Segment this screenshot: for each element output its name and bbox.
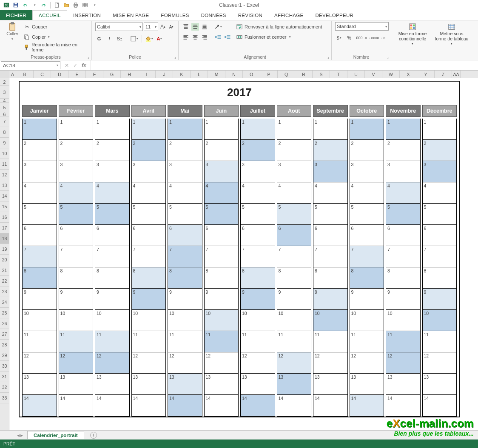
col-header-I[interactable]: I [138,71,156,78]
row-header-29[interactable]: 29 [0,350,9,361]
col-header-J[interactable]: J [156,71,173,78]
day-cell[interactable]: 3 [277,161,311,182]
day-cell[interactable]: 14 [95,395,129,416]
row-header-19[interactable]: 19 [0,244,9,255]
day-cell[interactable]: 13 [277,374,311,395]
day-cell[interactable]: 6 [95,225,129,246]
day-cell[interactable]: 11 [132,331,166,352]
qat-customize-icon[interactable] [90,1,99,9]
day-cell[interactable]: 6 [205,225,239,246]
cancel-formula-icon[interactable]: ✕ [65,62,69,68]
day-cell[interactable]: 10 [168,310,202,331]
day-cell[interactable]: 1 [59,119,93,140]
percent-format-icon[interactable]: % [345,34,353,42]
day-cell[interactable]: 7 [241,246,275,267]
day-cell[interactable]: 11 [59,331,93,352]
day-cell[interactable]: 11 [95,331,129,352]
col-header-S[interactable]: S [313,71,330,78]
day-cell[interactable]: 8 [168,267,202,289]
day-cell[interactable]: 13 [350,374,384,395]
comma-format-icon[interactable]: 000 [356,34,363,42]
day-cell[interactable]: 12 [168,352,202,374]
row-header-6[interactable]: 6 [0,112,9,116]
col-header-K[interactable]: K [173,71,191,78]
day-cell[interactable]: 2 [132,140,166,161]
day-cell[interactable]: 2 [386,140,420,161]
row-header-7[interactable]: 7 [0,116,9,127]
day-cell[interactable]: 1 [350,119,384,140]
day-cell[interactable]: 14 [350,395,384,416]
col-header-P[interactable]: P [260,71,278,78]
day-cell[interactable]: 3 [23,161,57,182]
day-cell[interactable]: 11 [23,331,57,352]
row-header-2[interactable]: 2 [0,78,9,86]
day-cell[interactable]: 4 [423,182,457,204]
day-cell[interactable]: 5 [313,204,347,225]
day-cell[interactable]: 7 [95,246,129,267]
copy-button[interactable]: Copier▾ [23,32,88,42]
day-cell[interactable]: 4 [95,182,129,204]
day-cell[interactable]: 6 [23,225,57,246]
day-cell[interactable]: 12 [59,352,93,374]
day-cell[interactable]: 9 [95,289,129,310]
day-cell[interactable]: 8 [241,267,275,289]
number-format-combo[interactable]: Standard▾ [335,22,389,31]
day-cell[interactable]: 7 [23,246,57,267]
day-cell[interactable]: 14 [23,395,57,416]
day-cell[interactable]: 8 [313,267,347,289]
tab-mise-en-page[interactable]: MISE EN PAGE [107,10,155,20]
col-header-A[interactable]: A [9,71,16,78]
day-cell[interactable]: 1 [313,119,347,140]
day-cell[interactable]: 6 [241,225,275,246]
increase-decimal-icon[interactable]: .0→.00 [366,34,373,42]
tab-accueil[interactable]: ACCUEIL [32,10,67,20]
day-cell[interactable]: 9 [313,289,347,310]
day-cell[interactable]: 12 [23,352,57,374]
day-cell[interactable]: 9 [277,289,311,310]
formula-input[interactable] [91,60,478,70]
day-cell[interactable]: 1 [277,119,311,140]
column-headers[interactable]: ABCDEFGHIJKLMNOPQRSTUVWXYZAA [0,71,478,78]
day-cell[interactable]: 7 [386,246,420,267]
row-header-25[interactable]: 25 [0,308,9,318]
day-cell[interactable]: 11 [386,331,420,352]
row-header-30[interactable]: 30 [0,361,9,371]
col-header-C[interactable]: C [34,71,51,78]
day-cell[interactable]: 3 [313,161,347,182]
day-cell[interactable]: 4 [205,182,239,204]
day-cell[interactable]: 10 [277,310,311,331]
day-cell[interactable]: 3 [132,161,166,182]
day-cell[interactable]: 2 [241,140,275,161]
day-cell[interactable]: 10 [95,310,129,331]
cut-button[interactable]: ✂Couper [23,22,88,31]
col-header-L[interactable]: L [191,71,208,78]
day-cell[interactable]: 3 [350,161,384,182]
col-header-D[interactable]: D [51,71,68,78]
col-header-N[interactable]: N [225,71,243,78]
day-cell[interactable]: 3 [423,161,457,182]
day-cell[interactable]: 8 [386,267,420,289]
bold-button[interactable]: G [95,35,103,43]
row-header-31[interactable]: 31 [0,371,9,382]
day-cell[interactable]: 4 [132,182,166,204]
underline-button[interactable]: S [116,35,123,43]
day-cell[interactable]: 1 [386,119,420,140]
day-cell[interactable]: 13 [386,374,420,395]
day-cell[interactable]: 7 [313,246,347,267]
day-cell[interactable]: 1 [423,119,457,140]
day-cell[interactable]: 10 [423,310,457,331]
day-cell[interactable]: 12 [241,352,275,374]
sheet-nav-next-icon[interactable]: ▸ [20,432,23,438]
day-cell[interactable]: 13 [132,374,166,395]
day-cell[interactable]: 12 [205,352,239,374]
accounting-format-icon[interactable]: $ [335,34,343,42]
row-header-21[interactable]: 21 [0,265,9,276]
decrease-decimal-icon[interactable]: .00→.0 [376,34,384,42]
day-cell[interactable]: 3 [241,161,275,182]
day-cell[interactable]: 14 [386,395,420,416]
day-cell[interactable]: 3 [205,161,239,182]
day-cell[interactable]: 2 [23,140,57,161]
col-header-AA[interactable]: AA [452,71,461,78]
align-center-icon[interactable] [191,33,199,41]
day-cell[interactable]: 3 [95,161,129,182]
